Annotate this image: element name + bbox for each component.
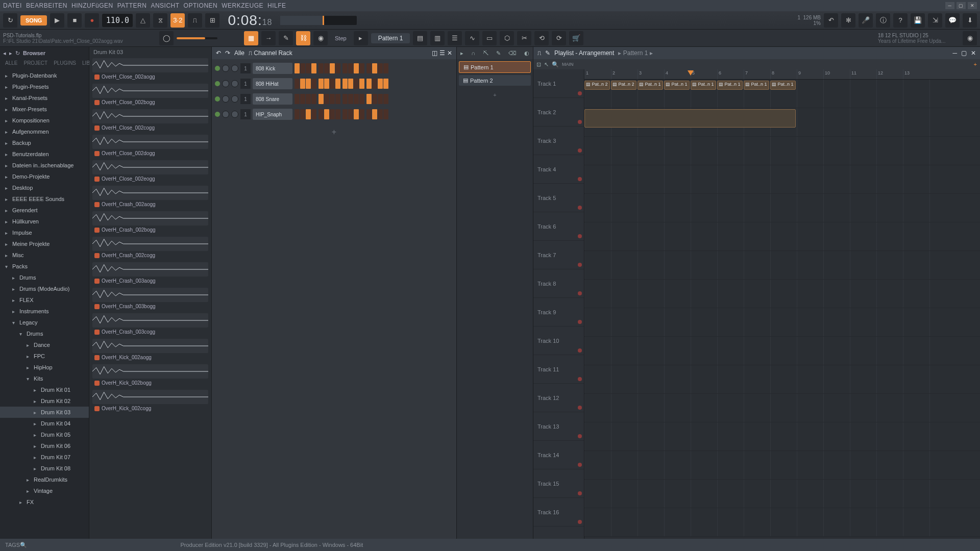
browser-node[interactable]: ▸Backup (0, 137, 89, 148)
step-cell[interactable] (359, 109, 364, 119)
channel-pan-knob[interactable] (222, 65, 229, 72)
step-cell[interactable] (311, 94, 316, 104)
step-cell[interactable] (378, 94, 383, 104)
grid-row[interactable] (584, 165, 980, 194)
channel-mute-led[interactable] (215, 96, 220, 102)
fwd-icon[interactable]: ▸ (9, 50, 12, 57)
step-cell[interactable] (342, 79, 348, 89)
grid-row[interactable] (584, 394, 980, 422)
track-header[interactable]: Track 10 (533, 327, 584, 355)
sample-item[interactable]: OverH_Kick_002aogg (89, 338, 211, 363)
browser-tab-alle[interactable]: ALLE (2, 59, 20, 67)
browser-node[interactable]: ▸Drum Kit 03 (0, 407, 89, 418)
step-cell[interactable] (348, 79, 353, 89)
pp-tool4-icon[interactable]: ◐ (524, 50, 529, 57)
sample-item[interactable]: OverH_Close_002bogg (89, 83, 211, 108)
menu-pattern[interactable]: PATTERN (117, 2, 147, 9)
step-cell[interactable] (348, 94, 353, 104)
overdub-button[interactable]: 3·2 (170, 13, 185, 28)
channel-name[interactable]: 808 Snare (253, 93, 292, 105)
channel-name[interactable]: 808 HiHat (253, 78, 292, 89)
grid-row[interactable] (584, 108, 980, 137)
pp-tool1-icon[interactable]: ⛏ (483, 50, 488, 56)
grid-row[interactable] (584, 280, 980, 308)
channel-filter[interactable]: Alle (234, 49, 244, 57)
time-ruler[interactable]: 12345678910111213 (584, 69, 980, 80)
step-cell[interactable] (372, 63, 377, 73)
knob-1[interactable]: ◯ (159, 31, 174, 45)
record-arm-dot[interactable] (578, 120, 582, 124)
browser-node[interactable]: ▸Drums (0, 272, 89, 283)
download-icon[interactable]: ⬇ (963, 13, 977, 28)
channel-name[interactable]: 808 Kick (253, 63, 292, 74)
stop-button[interactable]: ■ (67, 13, 82, 28)
track-header[interactable]: Track 7 (533, 241, 584, 269)
channel-mute-led[interactable] (215, 81, 220, 86)
pl-tool-paint[interactable]: ✎ (545, 49, 550, 57)
step-cell[interactable] (335, 109, 340, 119)
playlist-clip[interactable]: ▤ Pat..n 1 (691, 81, 716, 90)
step-cell[interactable] (354, 94, 359, 104)
step-cell[interactable] (378, 63, 383, 73)
step-cell[interactable] (342, 63, 348, 73)
browser-node[interactable]: ▸Drum Kit 06 (0, 440, 89, 452)
tool-link[interactable]: ⛓ (296, 31, 310, 45)
record-arm-dot[interactable] (578, 177, 582, 181)
step-cell[interactable] (300, 109, 305, 119)
grid-row[interactable] (584, 308, 980, 337)
record-arm-dot[interactable] (578, 434, 582, 438)
step-cell[interactable] (359, 63, 364, 73)
step-cell[interactable] (378, 79, 383, 89)
ch-menu-icon[interactable]: ☰ (439, 49, 445, 57)
browser-node[interactable]: ▸Dateien in..ischenablage (0, 160, 89, 171)
browser-node[interactable]: ▸FLEX (0, 294, 89, 306)
countdown-button[interactable]: ⧖ (153, 13, 167, 28)
pl-tool-select[interactable]: ↖ (544, 61, 549, 68)
sample-item[interactable]: OverH_Crash_003aogg (89, 261, 211, 287)
back-icon[interactable]: ◂ (3, 50, 6, 57)
save-icon[interactable]: 💾 (911, 13, 925, 28)
pp-tool2-icon[interactable]: ✎ (496, 50, 501, 57)
grid-row[interactable] (584, 365, 980, 394)
playlist-clip[interactable]: ▤ Pat..n 1 (744, 81, 769, 90)
step-cell[interactable] (330, 79, 335, 89)
browser-node[interactable]: ▸Hüllkurven (0, 216, 89, 227)
step-cell[interactable] (324, 94, 329, 104)
step-cell[interactable] (300, 79, 305, 89)
playlist-clip[interactable]: ▤ Pat..n 1 (638, 81, 663, 90)
track-header[interactable]: Track 9 (533, 298, 584, 327)
ch-close-icon[interactable]: ✕ (447, 49, 452, 57)
browser-node[interactable]: ▸RealDrumkits (0, 474, 89, 485)
add-channel-button[interactable]: + (212, 123, 456, 141)
browser-node[interactable]: ▸Benutzerdaten (0, 148, 89, 160)
step-cell[interactable] (378, 109, 383, 119)
sample-list[interactable]: OverH_Close_002aogg OverH_Close_002bogg … (89, 57, 211, 539)
step-cell[interactable] (295, 63, 300, 73)
browser-node[interactable]: ▸Desktop (0, 182, 89, 193)
shop-icon[interactable]: 🛒 (569, 31, 583, 45)
browser-node[interactable]: ▸Kompositionen (0, 115, 89, 126)
channel-number[interactable]: 1 (240, 94, 251, 104)
menu-werkzeuge[interactable]: WERKZEUGE (222, 2, 263, 9)
browser-tab-plugins[interactable]: PLUGINS (51, 59, 79, 67)
step-cell[interactable] (311, 109, 316, 119)
menu-datei[interactable]: DATEI (3, 2, 22, 9)
browser-node[interactable]: ▸Dance (0, 339, 89, 350)
record-button[interactable]: ● (85, 13, 99, 28)
step-cell[interactable] (324, 79, 329, 89)
add-pattern-button[interactable]: + (457, 88, 533, 102)
time-display[interactable]: 0:08:18 (223, 12, 277, 29)
step-cell[interactable] (300, 94, 305, 104)
browser-node[interactable]: ▸FX (0, 496, 89, 508)
record-arm-dot[interactable] (578, 520, 582, 524)
sample-item[interactable]: OverH_Crash_003bogg (89, 287, 211, 312)
step-cell[interactable] (335, 94, 340, 104)
close-button[interactable]: ✕ (968, 2, 977, 9)
step-cell[interactable] (383, 79, 388, 89)
grid-row[interactable] (584, 222, 980, 251)
snap-button[interactable]: ▦ (244, 31, 258, 45)
step-cell[interactable] (335, 79, 340, 89)
step-cell[interactable] (359, 79, 364, 89)
browser-node[interactable]: ▸Vintage (0, 485, 89, 496)
sync-icon[interactable]: ↻ (3, 13, 17, 28)
